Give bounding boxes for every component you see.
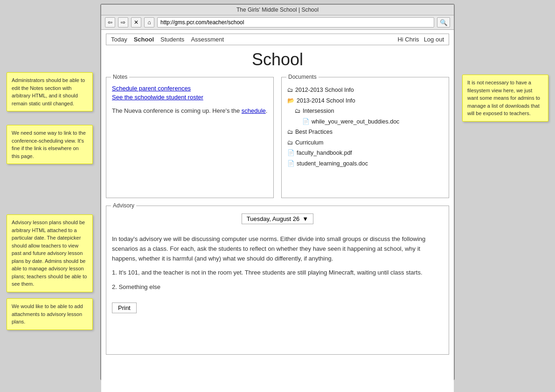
nav-bar: Today School Students Assessment Hi Chri…	[106, 34, 449, 45]
sticky-note-3: Advisory lesson plans should be arbitrar…	[7, 214, 93, 292]
browser-title: The Girls' Middle School | School	[236, 7, 319, 13]
doc-item-label: 2012-2013 School Info	[295, 85, 354, 96]
sticky-note-2: We need some way to link to the conferen…	[7, 125, 93, 164]
documents-label: Documents	[286, 74, 319, 80]
doc-item[interactable]: 📂2013-2014 School Info	[287, 96, 443, 106]
sticky-note-right-text: It is not necessary to have a filesystem…	[467, 80, 540, 116]
file-icon: 📄	[287, 158, 295, 169]
sections-row: Notes Schedule parent conferences See th…	[101, 77, 454, 198]
page-title: School	[101, 50, 454, 69]
advisory-section: Advisory Tuesday, August 26 ▼ In today's…	[106, 206, 449, 355]
sticky-note-1: Administrators should be able to edit th…	[7, 72, 93, 111]
date-arrow: ▼	[302, 215, 308, 222]
sticky-note-2-text: We need some way to link to the conferen…	[12, 130, 86, 159]
back-button[interactable]: ⇦	[105, 17, 115, 28]
home-button[interactable]: ⌂	[144, 17, 154, 28]
advisory-wrapper: Advisory Tuesday, August 26 ▼ In today's…	[101, 206, 454, 355]
doc-item-label: Best Practices	[295, 127, 333, 138]
browser-titlebar: The Girls' Middle School | School	[101, 5, 454, 15]
doc-item-label: Curriculum	[295, 138, 323, 148]
sticky-note-4: We would like to be able to add attachme…	[7, 298, 93, 330]
nav-right: Hi Chris Log out	[397, 36, 444, 43]
sticky-note-3-text: Advisory lesson plans should be arbitrar…	[12, 220, 87, 287]
student-roster-link[interactable]: See the schoolwide student roster	[112, 94, 268, 101]
doc-item[interactable]: 📄while_you_were_out_buddies.doc	[287, 117, 443, 127]
folder-open-icon: 📂	[287, 96, 295, 106]
sticky-note-4-text: We would like to be able to add attachme…	[12, 303, 83, 324]
stop-button[interactable]: ✕	[131, 17, 141, 28]
advisory-paragraph-1: In today's advisory we will be discussin…	[112, 234, 443, 263]
doc-item[interactable]: 🗂2012-2013 School Info	[287, 85, 443, 96]
folder-icon: 🗂	[287, 127, 293, 138]
file-icon: 📄	[302, 117, 310, 127]
notes-section: Notes Schedule parent conferences See th…	[106, 77, 274, 198]
browser-window: The Girls' Middle School | School ⇦ ⇨ ✕ …	[100, 4, 455, 380]
advisory-paragraph-3: 2. Something else	[112, 282, 443, 292]
page-scroll-area[interactable]: Today School Students Assessment Hi Chri…	[101, 30, 454, 392]
doc-tree: 🗂2012-2013 School Info📂2013-2014 School …	[287, 85, 443, 169]
advisory-paragraph-2: 1. It's 101, and the teacher is not in t…	[112, 268, 443, 278]
doc-item-label: student_learning_goals.doc	[297, 158, 368, 169]
folder-icon: 🗂	[287, 85, 293, 96]
notes-label: Notes	[111, 74, 129, 80]
greeting: Hi Chris	[397, 36, 419, 43]
print-button[interactable]: Print	[112, 303, 137, 313]
search-button[interactable]: 🔍	[437, 17, 450, 28]
nav-school[interactable]: School	[134, 36, 154, 43]
page-content: Today School Students Assessment Hi Chri…	[101, 30, 454, 370]
documents-section: Documents 🗂2012-2013 School Info📂2013-20…	[281, 77, 449, 198]
doc-item[interactable]: 🗂Best Practices	[287, 127, 443, 138]
folder-icon: 🗂	[295, 106, 301, 117]
date-text: Tuesday, August 26	[247, 215, 299, 222]
browser-toolbar: ⇦ ⇨ ✕ ⌂ 🔍	[101, 15, 454, 30]
doc-item[interactable]: 🗂Curriculum	[287, 138, 443, 148]
file-icon: 📄	[287, 148, 295, 158]
doc-item-label: 2013-2014 School Info	[297, 96, 355, 106]
doc-item[interactable]: 📄faculty_handbook.pdf	[287, 148, 443, 158]
advisory-label: Advisory	[111, 202, 136, 209]
nav-students[interactable]: Students	[160, 36, 184, 43]
doc-item[interactable]: 📄student_learning_goals.doc	[287, 158, 443, 169]
nav-links: Today School Students Assessment	[111, 36, 224, 43]
schedule-link[interactable]: schedule	[242, 107, 266, 114]
logout-link[interactable]: Log out	[424, 36, 444, 43]
sticky-note-right: It is not necessary to have a filesystem…	[462, 75, 548, 122]
doc-item-label: while_you_were_out_buddies.doc	[312, 117, 399, 127]
doc-item-label: Intersession	[303, 106, 334, 117]
notes-body: The Nueva conference is coming up. Here'…	[112, 106, 268, 116]
nav-assessment[interactable]: Assessment	[191, 36, 224, 43]
doc-item[interactable]: 🗂Intersession	[287, 106, 443, 117]
nav-today[interactable]: Today	[111, 36, 127, 43]
date-picker-button[interactable]: Tuesday, August 26 ▼	[242, 213, 313, 224]
advisory-content: In today's advisory we will be discussin…	[112, 234, 443, 292]
sticky-note-1-text: Administrators should be able to edit th…	[12, 77, 85, 106]
forward-button[interactable]: ⇨	[118, 17, 128, 28]
schedule-conferences-link[interactable]: Schedule parent conferences	[112, 85, 268, 92]
address-bar[interactable]	[157, 17, 434, 28]
doc-item-label: faculty_handbook.pdf	[297, 148, 352, 158]
folder-icon: 🗂	[287, 138, 293, 148]
